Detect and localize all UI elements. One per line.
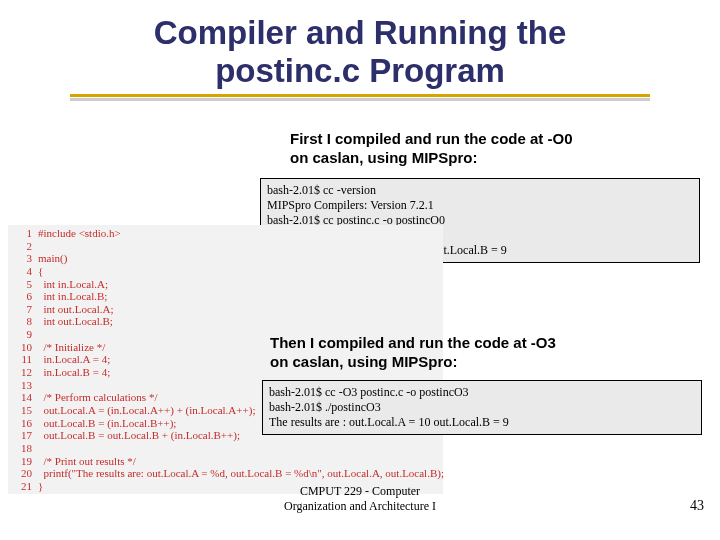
code-text: #include <stdio.h> xyxy=(38,227,121,239)
mid-text: Then I compiled and run the code at -O3 … xyxy=(270,334,556,372)
line-number: 13 xyxy=(12,379,32,392)
title-line-2: postinc.c Program xyxy=(215,52,505,89)
line-number: 17 xyxy=(12,429,32,442)
code-text: out.Local.A = (in.Local.A++) + (in.Local… xyxy=(38,404,255,416)
term-line: bash-2.01$ cc -version xyxy=(267,183,693,198)
line-number: 12 xyxy=(12,366,32,379)
code-line: 2 xyxy=(12,240,439,253)
mid-line-1: Then I compiled and run the code at -O3 xyxy=(270,334,556,351)
code-line: 8 int out.Local.B; xyxy=(12,315,439,328)
line-number: 2 xyxy=(12,240,32,253)
title-underline xyxy=(70,94,650,97)
line-number: 4 xyxy=(12,265,32,278)
mid-line-2: on caslan, using MIPSpro: xyxy=(270,353,458,370)
code-text: main() xyxy=(38,252,67,264)
line-number: 7 xyxy=(12,303,32,316)
intro-line-1: First I compiled and run the code at -O0 xyxy=(290,130,573,147)
line-number: 1 xyxy=(12,227,32,240)
line-number: 10 xyxy=(12,341,32,354)
line-number: 11 xyxy=(12,353,32,366)
code-text: in.Local.B = 4; xyxy=(38,366,110,378)
line-number: 5 xyxy=(12,278,32,291)
footer-line-2: Organization and Architecture I xyxy=(284,499,436,513)
line-number: 6 xyxy=(12,290,32,303)
code-text: { xyxy=(38,265,43,277)
line-number: 3 xyxy=(12,252,32,265)
code-text: in.Local.A = 4; xyxy=(38,353,110,365)
code-text: int in.Local.B; xyxy=(38,290,107,302)
line-number: 14 xyxy=(12,391,32,404)
line-number: 8 xyxy=(12,315,32,328)
terminal-output-2: bash-2.01$ cc -O3 postinc.c -o postincO3… xyxy=(262,380,702,435)
slide-title: Compiler and Running the postinc.c Progr… xyxy=(0,0,720,90)
code-text: int out.Local.B; xyxy=(38,315,113,327)
code-text: out.Local.B = (in.Local.B++); xyxy=(38,417,176,429)
line-number: 19 xyxy=(12,455,32,468)
term-line: The results are : out.Local.A = 10 out.L… xyxy=(269,415,695,430)
line-number: 20 xyxy=(12,467,32,480)
code-text: /* Perform calculations */ xyxy=(38,391,157,403)
code-text: int in.Local.A; xyxy=(38,278,108,290)
code-text: int out.Local.A; xyxy=(38,303,113,315)
code-line: 20 printf("The results are: out.Local.A … xyxy=(12,467,439,480)
page-number: 43 xyxy=(690,498,704,514)
intro-text: First I compiled and run the code at -O0… xyxy=(290,130,573,168)
code-line: 6 int in.Local.B; xyxy=(12,290,439,303)
line-number: 18 xyxy=(12,442,32,455)
code-line: 1#include <stdio.h> xyxy=(12,227,439,240)
line-number: 9 xyxy=(12,328,32,341)
code-line: 5 int in.Local.A; xyxy=(12,278,439,291)
code-line: 19 /* Print out results */ xyxy=(12,455,439,468)
footer-line-1: CMPUT 229 - Computer xyxy=(300,484,420,498)
title-line-1: Compiler and Running the xyxy=(154,14,566,51)
term-line: bash-2.01$ ./postincO3 xyxy=(269,400,695,415)
intro-line-2: on caslan, using MIPSpro: xyxy=(290,149,478,166)
code-line: 3main() xyxy=(12,252,439,265)
code-text: /* Initialize */ xyxy=(38,341,105,353)
code-text: out.Local.B = out.Local.B + (in.Local.B+… xyxy=(38,429,240,441)
code-line: 18 xyxy=(12,442,439,455)
line-number: 15 xyxy=(12,404,32,417)
code-line: 7 int out.Local.A; xyxy=(12,303,439,316)
footer-text: CMPUT 229 - Computer Organization and Ar… xyxy=(0,484,720,514)
code-line: 4{ xyxy=(12,265,439,278)
term-line: MIPSpro Compilers: Version 7.2.1 xyxy=(267,198,693,213)
line-number: 16 xyxy=(12,417,32,430)
code-text: printf("The results are: out.Local.A = %… xyxy=(38,467,444,479)
term-line: bash-2.01$ cc -O3 postinc.c -o postincO3 xyxy=(269,385,695,400)
code-text: /* Print out results */ xyxy=(38,455,136,467)
